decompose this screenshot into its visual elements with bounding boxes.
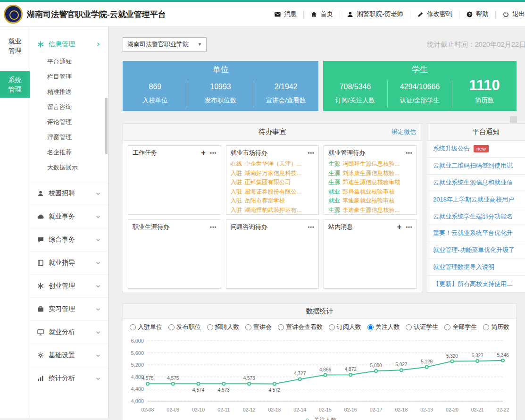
- notice-item[interactable]: 云就业系统生源信息和就业信: [427, 175, 525, 192]
- todo-item[interactable]: 生源刘泳康生源信息核验...: [328, 169, 412, 178]
- menu-group-label: 实习管理: [49, 305, 75, 313]
- todo-item[interactable]: 入驻国海证券股份有限公...: [231, 187, 315, 197]
- mail-icon: [274, 11, 281, 18]
- metric-radio[interactable]: [130, 324, 136, 330]
- stat-label: 认证/全部学生: [388, 96, 452, 105]
- metric-option[interactable]: 宣讲会查看数: [278, 323, 323, 331]
- notice-item[interactable]: 2018年上学期云就业高校用户: [427, 191, 525, 208]
- more-icon[interactable]: ⋯: [406, 150, 412, 156]
- metric-option[interactable]: 认证学生: [406, 323, 438, 331]
- menu-group-startup-management[interactable]: 创业管理: [30, 274, 108, 297]
- submenu-item-float-window[interactable]: 浮窗管理: [30, 130, 108, 145]
- notice-item[interactable]: 系统升级公告new: [427, 141, 525, 158]
- todo-item[interactable]: 入驻湖南悍豹武装押运有...: [231, 206, 315, 215]
- svg-text:02-10: 02-10: [192, 407, 205, 412]
- menu-group-info-management[interactable]: 信息管理: [30, 34, 108, 54]
- more-icon[interactable]: ⋯: [308, 150, 314, 156]
- notice-item[interactable]: 云就业系统学生端部分功能名: [427, 208, 525, 225]
- menu-group-statistics-analysis[interactable]: 统计分析: [30, 367, 108, 390]
- notice-item[interactable]: 就业管理数据导入说明: [427, 259, 525, 276]
- submenu-item-comment-management[interactable]: 评论管理: [30, 115, 108, 130]
- metric-label: 关注人数: [375, 323, 400, 331]
- nav-help[interactable]: ? 帮助: [459, 10, 495, 18]
- menu-group-campus-recruit[interactable]: 校园招聘: [30, 182, 108, 205]
- nav-user[interactable]: 湘警职院-贺老师: [340, 10, 410, 18]
- metric-label: 入驻单位: [138, 323, 162, 331]
- todo-grid: 工作任务 + ⋯ 就业市场待办 ⋯ 在线中企: [123, 141, 422, 294]
- nav-home[interactable]: 首页: [304, 10, 340, 18]
- submenu-item-platform-notice[interactable]: 平台通知: [30, 54, 108, 69]
- todo-item[interactable]: 入驻正邦集团有限公司: [231, 178, 315, 187]
- notice-item[interactable]: 【更新】所有高校支持使用二: [427, 276, 525, 293]
- chevron-down-icon: [95, 352, 101, 359]
- menu-scrollbar-thumb[interactable]: [105, 98, 108, 154]
- menu-group-basic-settings[interactable]: 基础设置: [30, 344, 108, 367]
- menu-group-internship-management[interactable]: 实习管理: [30, 297, 108, 320]
- nav-change-password[interactable]: 修改密码: [410, 10, 459, 18]
- more-icon[interactable]: ⋯: [210, 150, 217, 156]
- primary-tab-system[interactable]: 系统管理: [0, 71, 30, 98]
- stat-label: 入校单位: [123, 96, 188, 105]
- add-icon[interactable]: +: [201, 150, 205, 156]
- menu-group-employment-affairs[interactable]: 就业事务: [30, 205, 108, 228]
- todo-item[interactable]: 生源冯颐释生源信息核验...: [328, 160, 412, 169]
- metric-option[interactable]: 宣讲会: [245, 323, 272, 331]
- submenu-item-precise-push[interactable]: 精准推送: [30, 84, 108, 100]
- primary-sidebar: 就业管理 系统管理: [0, 27, 30, 418]
- metric-radio[interactable]: [245, 324, 251, 330]
- stat-entered-units[interactable]: 869 入校单位: [123, 81, 188, 108]
- svg-text:6,000: 6,000: [131, 338, 144, 344]
- todo-item[interactable]: 在线中企世华洋（天津）...: [231, 160, 315, 169]
- metric-radio[interactable]: [444, 324, 450, 330]
- metric-radio[interactable]: [483, 324, 489, 330]
- metric-radio[interactable]: [367, 324, 374, 330]
- more-icon[interactable]: ⋯: [406, 224, 412, 230]
- more-icon[interactable]: ⋯: [210, 224, 217, 230]
- metric-radio[interactable]: [168, 324, 175, 330]
- metric-radio[interactable]: [207, 324, 213, 330]
- metric-option[interactable]: 全部学生: [444, 323, 477, 331]
- menu-group-employment-guide[interactable]: 就业指导: [30, 251, 108, 274]
- primary-tab-employment[interactable]: 就业管理: [0, 33, 30, 59]
- metric-option[interactable]: 发布职位: [168, 323, 201, 331]
- bind-wechat-link[interactable]: 绑定微信: [392, 128, 422, 136]
- add-icon[interactable]: +: [397, 224, 401, 230]
- todo-item[interactable]: 就业李迪豪就业核验审核: [328, 196, 412, 206]
- submenu-item-column-management[interactable]: 栏目管理: [30, 69, 108, 84]
- metric-option[interactable]: 关注人数: [367, 323, 400, 331]
- menu-group-general-affairs[interactable]: 综合事务: [30, 228, 108, 251]
- toolbar-row: 湖南司法警官职业学院 ▼ 统计截止时间：2020年02月22日 05:01: [123, 36, 525, 52]
- menu-group-employment-analysis[interactable]: 就业分析: [30, 320, 108, 344]
- stat-subscribe-follow[interactable]: 708/5346 订阅/关注人数: [323, 81, 387, 108]
- svg-text:02-19: 02-19: [420, 407, 433, 412]
- todo-item[interactable]: 就业彭释鑫就业核验审核: [328, 187, 412, 197]
- stat-info-sessions[interactable]: 2/1942 宣讲会/查看数: [253, 81, 318, 108]
- notice-item[interactable]: 就业管理-功能菜单优化升级了: [427, 242, 525, 259]
- stat-resume-count[interactable]: 1110 简历数: [452, 81, 517, 108]
- todo-panel-title: 待办事宜: [123, 127, 422, 136]
- metric-radio[interactable]: [278, 324, 284, 330]
- notice-item[interactable]: 云就业二维码扫码签到使用说: [427, 158, 525, 175]
- metric-radio[interactable]: [406, 324, 412, 330]
- todo-item[interactable]: 入驻岳阳市春雷学校: [231, 196, 315, 206]
- more-icon[interactable]: ⋯: [308, 224, 314, 230]
- metric-option[interactable]: 订阅人数: [329, 323, 361, 331]
- submenu-item-famous-enterprise[interactable]: 名企推荐: [30, 145, 108, 160]
- chart-legend[interactable]: 关注人数: [123, 415, 516, 420]
- submenu-item-message-consult[interactable]: 留言咨询: [30, 100, 108, 115]
- notice-item[interactable]: 重要！云就业系统平台优化升: [427, 225, 525, 242]
- stat-certified-total[interactable]: 4294/10666 认证/全部学生: [387, 81, 452, 108]
- metric-option[interactable]: 招聘人数: [207, 323, 240, 331]
- nav-logout[interactable]: 退出: [496, 10, 525, 18]
- todo-item[interactable]: 生源李迪豪生源信息核验...: [328, 206, 412, 215]
- todo-item[interactable]: 入驻湖南好万家信息科技...: [231, 169, 315, 178]
- metric-option[interactable]: 简历数: [483, 323, 509, 331]
- metric-radio[interactable]: [329, 324, 335, 330]
- metric-option[interactable]: 入驻单位: [130, 323, 162, 331]
- nav-messages[interactable]: 消息: [267, 10, 303, 18]
- stat-published-positions[interactable]: 10993 发布职位数: [188, 81, 253, 108]
- todo-item[interactable]: 生源郑迪生源信息核验审核: [328, 178, 412, 187]
- page-scrollbar-widget[interactable]: [510, 116, 517, 123]
- school-select[interactable]: 湖南司法警官职业学院 ▼: [123, 37, 207, 52]
- submenu-item-big-data[interactable]: 大数据展示: [30, 160, 108, 175]
